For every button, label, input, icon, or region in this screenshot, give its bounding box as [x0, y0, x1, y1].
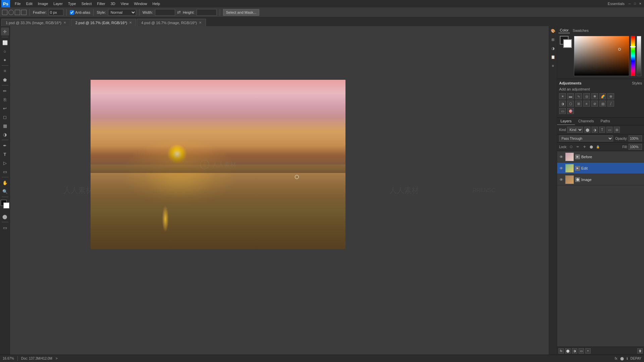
- select-mask-button[interactable]: Select and Mask...: [223, 9, 260, 16]
- magic-wand-tool[interactable]: ✦: [1, 56, 9, 64]
- fx-button[interactable]: fx: [558, 348, 564, 354]
- color-spectrum-box[interactable]: [574, 36, 629, 76]
- gradient-map-icon[interactable]: ▭: [559, 108, 566, 114]
- color-balance-icon[interactable]: ⊕: [607, 93, 614, 99]
- tab-4psd[interactable]: 4.psd @ 16.7% (Image, RGB/16*) ✕: [137, 19, 206, 26]
- layers-tab[interactable]: Layers: [557, 118, 575, 125]
- channel-mixer-icon[interactable]: ⊞: [575, 101, 582, 107]
- selective-color-icon[interactable]: 🎯: [567, 108, 574, 114]
- width-input[interactable]: [155, 9, 175, 16]
- background-swatch[interactable]: [563, 39, 572, 48]
- eraser-tool[interactable]: ◻: [1, 113, 9, 121]
- pen-tool[interactable]: ✒: [1, 141, 9, 149]
- menu-select[interactable]: Select: [79, 1, 95, 6]
- swap-wh-icon[interactable]: ⇄: [177, 10, 181, 15]
- minimize-btn[interactable]: ─: [627, 1, 632, 6]
- invert-icon[interactable]: ⊘: [591, 101, 598, 107]
- bg-color-swatch[interactable]: [3, 202, 9, 208]
- layer-before-visibility[interactable]: 👁: [558, 154, 564, 160]
- lock-all-btn[interactable]: 🔒: [595, 144, 601, 149]
- eyedropper-tool[interactable]: ⬟: [1, 76, 9, 84]
- color-icon[interactable]: 🎨: [550, 27, 556, 34]
- menu-3d[interactable]: 3D: [108, 1, 118, 6]
- move-tool[interactable]: ✛: [1, 27, 9, 36]
- gradient-tool[interactable]: ▦: [1, 122, 9, 130]
- kind-select[interactable]: Kind: [567, 127, 583, 133]
- quick-mask-tool[interactable]: ⬤: [1, 213, 9, 221]
- add-mask-button[interactable]: ⬤: [565, 348, 571, 354]
- filter-type-btn[interactable]: T: [599, 127, 605, 133]
- clone-stamp-tool[interactable]: ⎘: [1, 96, 9, 104]
- lasso-tool[interactable]: ○: [1, 47, 9, 55]
- layer-image[interactable]: 👁 ⬤ Image: [557, 174, 644, 185]
- filter-shape-btn[interactable]: ▭: [606, 127, 612, 133]
- fill-input[interactable]: [629, 144, 642, 150]
- brush-tool[interactable]: ✏: [1, 87, 9, 95]
- hsl-icon[interactable]: 🌈: [599, 93, 606, 99]
- style-select[interactable]: Normal Fixed Ratio Fixed Size: [108, 9, 136, 16]
- adjustments-button[interactable]: ◑: [572, 348, 577, 354]
- doc-info-arrow[interactable]: >: [56, 357, 58, 360]
- color-lookup-icon[interactable]: ≡: [583, 101, 590, 107]
- curves-icon[interactable]: ∿: [575, 93, 582, 99]
- properties-icon[interactable]: ≡: [550, 62, 556, 69]
- hue-slider[interactable]: [631, 36, 635, 76]
- brightness-slider[interactable]: [637, 36, 641, 76]
- tab-4psd-close[interactable]: ✕: [199, 21, 202, 24]
- screen-mode-tool[interactable]: ▭: [1, 224, 9, 232]
- menu-image[interactable]: Image: [35, 1, 51, 6]
- swatches-tab[interactable]: Swatches: [571, 28, 590, 33]
- tab-1psd[interactable]: 1.psd @ 33.3% (Image, RGB/16*) ✕: [1, 19, 70, 26]
- blend-mode-select[interactable]: Pass Through Normal Multiply Screen Over…: [559, 135, 613, 141]
- lock-image-btn[interactable]: ✏: [575, 144, 581, 149]
- path-select-tool[interactable]: ▷: [1, 159, 9, 167]
- lock-artboard-btn[interactable]: ⬤: [589, 144, 594, 149]
- exposure-icon[interactable]: ◎: [583, 93, 590, 99]
- opacity-input[interactable]: [629, 135, 642, 141]
- close-btn[interactable]: ✕: [638, 1, 643, 6]
- layer-edit[interactable]: 👁 ▶ Edit: [557, 163, 644, 174]
- threshold-icon[interactable]: ⧸: [607, 101, 614, 107]
- tab-2psd[interactable]: 2.psd @ 16.7% (Edit, RGB/16*) ✕: [71, 19, 136, 26]
- history-brush-tool[interactable]: ↩: [1, 104, 9, 112]
- tab-1psd-close[interactable]: ✕: [63, 21, 66, 24]
- photo-filter-icon[interactable]: ⬡: [567, 101, 574, 107]
- menu-filter[interactable]: Filter: [94, 1, 108, 6]
- filter-smart-btn[interactable]: ⊞: [614, 127, 620, 133]
- layer-before[interactable]: 👁 ▶ Before: [557, 151, 644, 163]
- crop-tool[interactable]: ⌗: [1, 67, 9, 75]
- layers-icon[interactable]: 📋: [550, 54, 556, 60]
- maximize-btn[interactable]: □: [633, 1, 637, 6]
- menu-help[interactable]: Help: [150, 1, 163, 6]
- menu-layer[interactable]: Layer: [51, 1, 65, 6]
- hand-tool[interactable]: ✋: [1, 179, 9, 187]
- tab-2psd-close[interactable]: ✕: [129, 21, 132, 24]
- fg-bg-swatches[interactable]: [560, 36, 572, 48]
- adjustments-icon[interactable]: ◑: [550, 45, 556, 52]
- brightness-contrast-icon[interactable]: ☀: [559, 93, 566, 99]
- filter-pixel-btn[interactable]: ⬤: [584, 127, 590, 133]
- color-tab[interactable]: Color: [558, 27, 570, 33]
- history-icon[interactable]: ⊞: [550, 36, 556, 43]
- anti-alias-checkbox-label[interactable]: Anti-alias: [70, 9, 90, 16]
- shape-tool[interactable]: ▭: [1, 168, 9, 176]
- new-layer-button[interactable]: +: [585, 348, 591, 354]
- feather-input[interactable]: [49, 9, 63, 16]
- lock-position-btn[interactable]: ✛: [582, 144, 587, 149]
- menu-edit[interactable]: Edit: [23, 1, 35, 6]
- black-white-icon[interactable]: ◑: [559, 101, 566, 107]
- height-input[interactable]: [197, 9, 217, 16]
- posterize-icon[interactable]: ▤: [599, 101, 606, 107]
- zoom-tool[interactable]: 🔍: [1, 187, 9, 195]
- delete-layer-button[interactable]: 🗑: [637, 348, 643, 354]
- rect-select-tool[interactable]: ⬜: [1, 39, 9, 47]
- filter-adjust-btn[interactable]: ◑: [592, 127, 598, 133]
- paths-tab[interactable]: Paths: [597, 118, 613, 125]
- vibrance-icon[interactable]: ❋: [591, 93, 598, 99]
- fg-bg-color[interactable]: [1, 200, 9, 208]
- canvas-area[interactable]: 人人素材 人人素材 RRENSC 人人素材 人人素材 RRENSC: [10, 26, 549, 355]
- text-tool[interactable]: T: [1, 150, 9, 158]
- menu-type[interactable]: Type: [65, 1, 79, 6]
- levels-icon[interactable]: ▬: [567, 93, 574, 99]
- menu-view[interactable]: View: [118, 1, 131, 6]
